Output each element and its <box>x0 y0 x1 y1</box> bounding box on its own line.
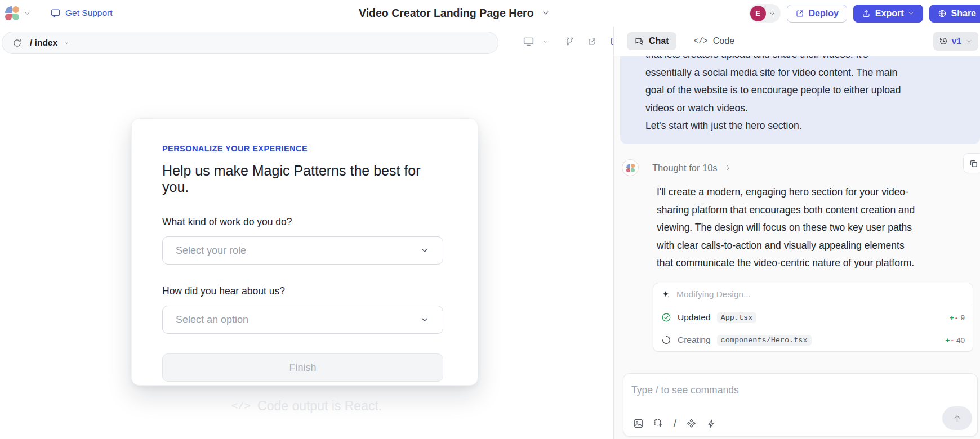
file-change-row[interactable]: Creating components/Hero.tsx + - 40 <box>653 329 973 351</box>
share-label: Share <box>951 8 976 19</box>
check-circle-icon <box>661 312 671 322</box>
modal-eyebrow: PERSONALIZE YOUR EXPERIENCE <box>162 144 447 153</box>
role-select[interactable]: Select your role <box>162 236 443 265</box>
get-support-link[interactable]: Get Support <box>50 8 113 19</box>
attach-image-icon[interactable] <box>633 418 644 429</box>
url-bar[interactable]: / index <box>2 32 498 54</box>
assistant-message-line: that communicate the video-centric natur… <box>657 254 915 272</box>
project-title: Video Creator Landing Page Hero <box>359 7 534 20</box>
personalize-modal: PERSONALIZE YOUR EXPERIENCE Help us make… <box>131 118 478 386</box>
version-chevron-down-icon <box>965 38 973 45</box>
export-button[interactable]: Export <box>853 5 923 23</box>
share-button[interactable]: Share <box>929 5 980 23</box>
spinner-icon <box>661 335 671 345</box>
upload-icon <box>862 9 871 18</box>
diff-plus: + <box>950 313 954 322</box>
route-chevron-down-icon[interactable] <box>63 39 70 47</box>
deploy-button[interactable]: Deploy <box>787 5 847 23</box>
account-menu[interactable]: E <box>749 4 781 23</box>
support-chat-bubble-icon <box>50 8 61 19</box>
account-chevron-down-icon <box>768 10 776 17</box>
build-status-text: Modifying Design... <box>676 289 751 299</box>
assistant-message-line: sharing platform that encourages both co… <box>657 201 915 220</box>
version-selector[interactable]: v1 <box>933 32 978 51</box>
export-chevron-down-icon <box>907 10 915 17</box>
assistant-message-line: viewing. The design will focus on these … <box>657 219 915 237</box>
build-status-row: Modifying Design... <box>653 283 973 306</box>
top-header: Get Support Video Creator Landing Page H… <box>0 0 980 26</box>
chat-toolbar: Chat </> Code v1 <box>614 26 980 56</box>
diff-count: 9 <box>960 313 965 322</box>
user-message-line: Let's start with just the hero section. <box>645 117 959 135</box>
file-change-verb: Updated <box>678 312 711 322</box>
code-output-note-text: Code output is React. <box>257 398 382 414</box>
code-output-note: </> Code output is React. <box>0 398 613 414</box>
hear-about-select-placeholder: Select an option <box>176 314 248 326</box>
title-chevron-down-icon[interactable] <box>541 8 550 17</box>
device-chevron-down-icon[interactable] <box>542 26 550 56</box>
copy-icon <box>969 159 978 168</box>
finish-button[interactable]: Finish <box>162 353 443 382</box>
code-brackets-icon: </> <box>694 37 708 46</box>
preview-canvas: PERSONALIZE YOUR EXPERIENCE Help us make… <box>0 56 613 439</box>
open-in-new-window-icon[interactable] <box>587 26 596 56</box>
role-select-chevron-down-icon <box>420 245 430 256</box>
magic-patterns-app: Get Support Video Creator Landing Page H… <box>0 0 980 439</box>
refresh-icon[interactable] <box>12 38 22 48</box>
chat-input-box: / <box>623 373 978 437</box>
route-path: / index <box>30 38 57 48</box>
file-change-row[interactable]: Updated App.tsx + - 9 <box>653 306 973 329</box>
sparkle-icon <box>661 290 670 299</box>
user-message-line: goal of the website is to encourage peop… <box>645 82 959 100</box>
code-brackets-icon: </> <box>231 400 251 413</box>
tab-chat[interactable]: Chat <box>627 32 676 50</box>
thought-label: Thought for 10s <box>652 163 718 173</box>
tab-code[interactable]: </> Code <box>694 36 734 46</box>
user-message: that lets creators upload and share thei… <box>620 56 980 144</box>
assistant-avatar <box>622 159 639 176</box>
component-tree-icon[interactable] <box>565 26 574 56</box>
tab-code-label: Code <box>713 36 734 46</box>
assistant-message-line: I'll create a modern, engaging hero sect… <box>657 183 915 201</box>
device-desktop-icon[interactable] <box>523 26 534 56</box>
globe-icon <box>938 9 947 18</box>
role-select-placeholder: Select your role <box>176 245 246 257</box>
preview-toolbar: / index <box>0 26 613 56</box>
question-hear-label: How did you hear about us? <box>162 285 447 297</box>
select-element-icon[interactable] <box>653 418 664 429</box>
chat-input-actions: / <box>633 418 716 429</box>
send-button[interactable] <box>942 406 972 430</box>
modal-heading: Help us make Magic Patterns the best for… <box>162 163 447 195</box>
external-link-icon <box>795 9 804 18</box>
chat-input[interactable] <box>631 380 890 400</box>
file-chip: components/Hero.tsx <box>717 335 812 346</box>
export-label: Export <box>875 8 904 19</box>
lightning-icon[interactable] <box>706 419 716 429</box>
assistant-message: I'll create a modern, engaging hero sect… <box>657 183 915 272</box>
diff-plus: + <box>946 336 950 344</box>
components-icon[interactable] <box>686 418 697 429</box>
chat-bubbles-icon <box>634 37 644 46</box>
diff-stats: + - 40 <box>946 336 965 344</box>
avatar: E <box>750 6 766 21</box>
arrow-up-icon <box>952 413 963 424</box>
chat-scroll-area[interactable]: that lets creators upload and share thei… <box>614 56 980 439</box>
user-message-line: essentially a social media site for vide… <box>645 64 959 82</box>
slash-command-icon[interactable]: / <box>674 418 676 429</box>
magic-patterns-logo[interactable] <box>5 6 19 20</box>
version-label: v1 <box>952 36 961 46</box>
chat-panel: Chat </> Code v1 that lets creators uplo… <box>614 26 980 439</box>
thought-chevron-right-icon <box>724 164 732 172</box>
question-work-label: What kind of work do you do? <box>162 216 447 228</box>
build-progress-card: Modifying Design... Updated App.tsx + - … <box>653 283 973 352</box>
copy-message-button[interactable] <box>963 153 980 173</box>
user-message-line: videos or watch videos. <box>645 100 959 118</box>
file-change-verb: Creating <box>678 335 711 345</box>
assistant-message-line: with clear calls-to-action and visually … <box>657 237 915 255</box>
thought-row[interactable]: Thought for 10s <box>622 159 732 176</box>
diff-minus: - <box>955 313 958 322</box>
tab-chat-label: Chat <box>649 36 669 46</box>
hear-about-select[interactable]: Select an option <box>162 306 443 334</box>
workspace-chevron-down-icon[interactable] <box>23 9 32 17</box>
user-message-line: that lets creators upload and share thei… <box>645 56 959 64</box>
